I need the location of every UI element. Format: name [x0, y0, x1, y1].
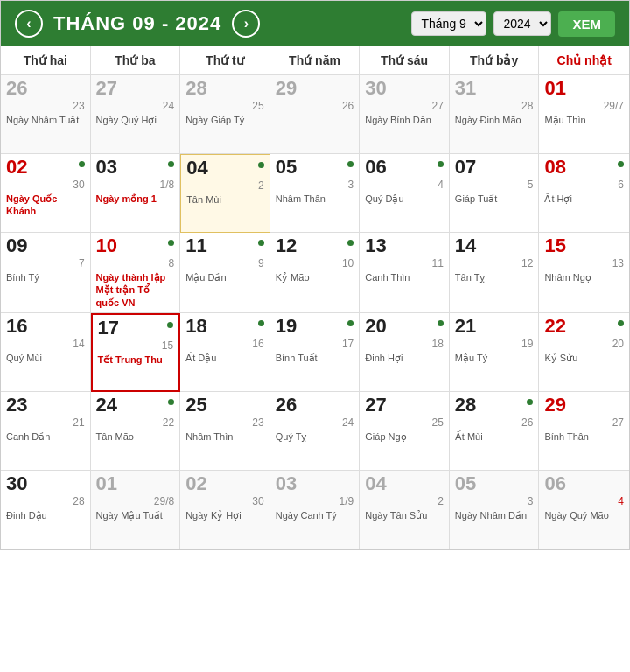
table-row[interactable]: 2119Mậu Tý: [450, 313, 540, 392]
table-row[interactable]: 1715Tết Trung Thu: [91, 313, 181, 392]
event-dot: [347, 161, 354, 167]
table-row[interactable]: 097Bính Tý: [1, 233, 91, 313]
table-row[interactable]: 2523Nhâm Thìn: [180, 392, 270, 471]
solar-day: 10: [96, 236, 117, 256]
solar-day: 26: [276, 396, 297, 415]
view-button[interactable]: XEM: [558, 11, 615, 37]
prev-month-button[interactable]: ‹: [15, 10, 43, 38]
solar-day: 05: [276, 158, 297, 177]
lunar-day: 19: [455, 338, 534, 350]
weekday-sat: Thứ bảy: [450, 46, 540, 74]
table-row[interactable]: 2624Quý Tỵ: [270, 392, 360, 471]
lunar-day: 24: [96, 100, 175, 112]
lunar-day: 28: [6, 495, 85, 508]
table-row[interactable]: 031/9Ngày Canh Tý: [270, 471, 360, 550]
table-row[interactable]: 1210Kỷ Mão: [270, 233, 360, 313]
solar-day: 15: [544, 236, 565, 256]
lunar-day: 2: [186, 179, 264, 192]
lunar-day: 23: [6, 100, 85, 112]
event-dot: [527, 399, 533, 405]
lunar-label: Đinh Dậu: [6, 509, 85, 522]
event-dot: [438, 161, 444, 167]
lunar-label: Ngày Mậu Tuất: [96, 509, 175, 522]
table-row[interactable]: 031/8Ngày mồng 1: [91, 154, 181, 233]
event-dot: [167, 322, 173, 328]
table-row[interactable]: 3128Ngày Đinh Mão: [450, 75, 540, 154]
lunar-label: Giáp Ngọ: [365, 430, 444, 443]
solar-day: 01: [544, 79, 565, 98]
lunar-day: 28: [455, 100, 534, 112]
lunar-day: 1/9: [276, 495, 354, 508]
table-row[interactable]: 064Quý Dậu: [360, 154, 450, 233]
table-row[interactable]: 042Ngày Tân Sửu: [360, 471, 450, 550]
lunar-day: 4: [365, 178, 444, 191]
table-row[interactable]: 2927Bính Thân: [539, 392, 629, 471]
month-select[interactable]: Tháng 9: [411, 11, 486, 36]
lunar-day: 29/7: [544, 100, 624, 112]
table-row[interactable]: 2321Canh Dần: [1, 392, 91, 471]
table-row[interactable]: 3027Ngày Bính Dần: [360, 75, 450, 154]
solar-day: 27: [96, 79, 117, 98]
lunar-label: Bính Tý: [6, 271, 85, 284]
lunar-day: 15: [98, 340, 174, 352]
table-row[interactable]: 086Ất Hợi: [539, 154, 629, 233]
solar-day: 22: [544, 317, 565, 336]
event-dot: [168, 161, 174, 167]
table-row[interactable]: 0129/8Ngày Mậu Tuất: [91, 471, 181, 550]
year-select[interactable]: 2024: [494, 11, 551, 36]
table-row[interactable]: 1816Ất Dậu: [180, 313, 270, 392]
lunar-label: Nhâm Thìn: [186, 430, 264, 443]
table-row[interactable]: 1614Quý Mùi: [1, 313, 91, 392]
table-row[interactable]: 2724Ngày Quý Hợi: [91, 75, 181, 154]
lunar-label: Bính Tuất: [276, 352, 354, 364]
lunar-day: 21: [6, 416, 85, 429]
table-row[interactable]: 1311Canh Thìn: [360, 233, 450, 313]
table-row[interactable]: 1917Bính Tuất: [270, 313, 360, 392]
solar-day: 19: [276, 317, 297, 336]
table-row[interactable]: 108Ngày thành lập Mặt trận Tổ quốc VN: [91, 233, 181, 313]
table-row[interactable]: 0129/7Mậu Thìn: [539, 75, 629, 154]
solar-day: 26: [6, 79, 27, 98]
table-row[interactable]: 1513Nhâm Ngọ: [539, 233, 629, 313]
lunar-day: 27: [365, 100, 444, 112]
table-row[interactable]: 053Nhâm Thân: [270, 154, 360, 233]
event-label: Ngày Quốc Khánh: [6, 192, 85, 218]
table-row[interactable]: 1412Tân Tỵ: [450, 233, 540, 313]
table-row[interactable]: 042Tân Mùi: [180, 154, 270, 233]
lunar-day: 25: [186, 100, 264, 112]
calendar-header: ‹ THÁNG 09 - 2024 › Tháng 9 2024 XEM: [1, 1, 629, 46]
table-row[interactable]: 2825Ngày Giáp Tý: [180, 75, 270, 154]
next-month-button[interactable]: ›: [232, 10, 260, 38]
solar-day: 02: [6, 158, 27, 177]
table-row[interactable]: 0230Ngày Quốc Khánh: [1, 154, 91, 233]
table-row[interactable]: 2926: [270, 75, 360, 154]
table-row[interactable]: 0230Ngày Kỷ Hợi: [180, 471, 270, 550]
solar-day: 04: [186, 158, 207, 178]
lunar-day: 22: [96, 416, 175, 429]
lunar-label: Đinh Hợi: [365, 352, 444, 364]
table-row[interactable]: 2220Kỷ Sửu: [539, 313, 629, 392]
lunar-day: 8: [96, 257, 175, 270]
table-row[interactable]: 2018Đinh Hợi: [360, 313, 450, 392]
table-row[interactable]: 075Giáp Tuất: [450, 154, 540, 233]
solar-day: 27: [365, 396, 386, 415]
table-row[interactable]: 064Ngày Quý Mão: [539, 471, 629, 550]
solar-day: 02: [186, 474, 206, 494]
lunar-label: Canh Thìn: [365, 271, 444, 284]
lunar-day: 4: [544, 495, 624, 508]
lunar-label: Kỷ Sửu: [544, 352, 624, 364]
lunar-label: Ngày Nhâm Tuất: [6, 114, 85, 126]
weekday-wed: Thứ tư: [180, 46, 270, 74]
event-dot: [438, 320, 444, 326]
table-row[interactable]: 053Ngày Nhâm Dần: [450, 471, 540, 550]
lunar-day: 23: [186, 416, 264, 429]
weekday-tue: Thứ ba: [91, 46, 181, 74]
table-row[interactable]: 3028Đinh Dậu: [1, 471, 91, 550]
table-row[interactable]: 119Mậu Dần: [180, 233, 270, 313]
table-row[interactable]: 2826Ất Mùi: [450, 392, 540, 471]
table-row[interactable]: 2623Ngày Nhâm Tuất: [1, 75, 91, 154]
table-row[interactable]: 2422Tân Mão: [91, 392, 181, 471]
lunar-day: 3: [276, 178, 354, 191]
event-dot: [79, 161, 85, 167]
table-row[interactable]: 2725Giáp Ngọ: [360, 392, 450, 471]
